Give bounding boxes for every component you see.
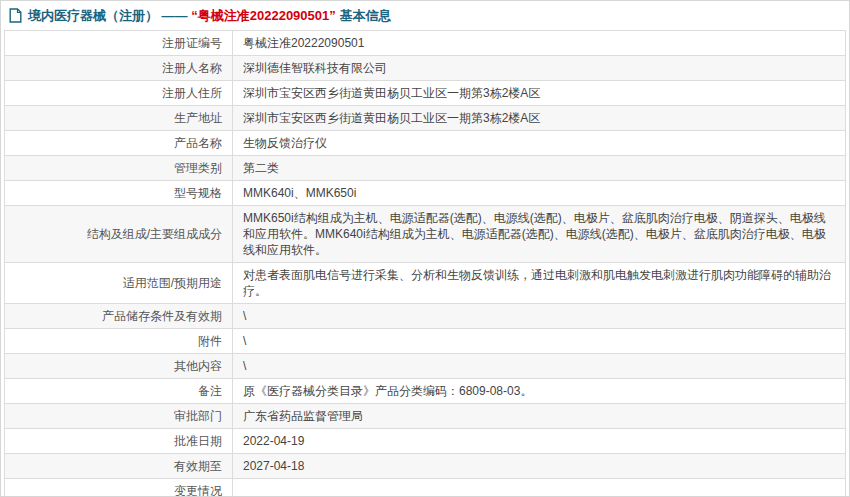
row-label-text: 型号规格	[174, 185, 222, 201]
row-label-text: 附件	[198, 333, 222, 349]
row-value: 2022-04-19	[233, 429, 845, 453]
page-header: 境内医疗器械（注册） —— “粤械注准20222090501” 基本信息	[4, 1, 846, 30]
row-value-text: 广东省药品监督管理局	[243, 408, 835, 424]
row-value-text: \	[243, 308, 835, 324]
row-value-text: 原《医疗器械分类目录》产品分类编码：6809-08-03。	[243, 383, 835, 399]
table-row: 有效期至2027-04-18	[5, 454, 845, 479]
page-title-registration-number: “粤械注准20222090501”	[191, 8, 336, 23]
row-label-text: 适用范围/预期用途	[123, 275, 222, 291]
row-label-text: 审批部门	[174, 408, 222, 424]
row-label-text: 有效期至	[174, 458, 222, 474]
row-value: 广东省药品监督管理局	[233, 404, 845, 428]
row-value-text: 粤械注准20222090501	[243, 35, 835, 51]
table-row: 产品储存条件及有效期\	[5, 304, 845, 329]
row-label: 有效期至	[5, 454, 233, 478]
row-label: 注册证编号	[5, 31, 233, 55]
row-label: 附件	[5, 329, 233, 353]
row-label: 注册人住所	[5, 81, 233, 105]
row-value: 对患者表面肌电信号进行采集、分析和生物反馈训练，通过电刺激和肌电触发电刺激进行肌…	[233, 263, 845, 303]
table-row: 适用范围/预期用途对患者表面肌电信号进行采集、分析和生物反馈训练，通过电刺激和肌…	[5, 263, 845, 304]
row-label-text: 注册证编号	[162, 35, 222, 51]
table-row: 型号规格MMK640i、MMK650i	[5, 181, 845, 206]
row-label: 审批部门	[5, 404, 233, 428]
row-value: \	[233, 354, 845, 378]
table-row: 产品名称生物反馈治疗仪	[5, 131, 845, 156]
row-label: 型号规格	[5, 181, 233, 205]
table-row: 批准日期2022-04-19	[5, 429, 845, 454]
row-value-text: 深圳德佳智联科技有限公司	[243, 60, 835, 76]
document-icon	[9, 8, 22, 23]
table-row: 管理类别第二类	[5, 156, 845, 181]
page-title: 境内医疗器械（注册） —— “粤械注准20222090501” 基本信息	[28, 7, 391, 25]
row-label: 产品储存条件及有效期	[5, 304, 233, 328]
table-row: 生产地址深圳市宝安区西乡街道黄田杨贝工业区一期第3栋2楼A区	[5, 106, 845, 131]
row-label: 变更情况	[5, 479, 233, 497]
row-value-text: \	[243, 333, 835, 349]
row-value: 2027-04-18	[233, 454, 845, 478]
row-label: 注册人名称	[5, 56, 233, 80]
row-value-text: 2027-04-18	[243, 458, 835, 474]
row-value-text: 深圳市宝安区西乡街道黄田杨贝工业区一期第3栋2楼A区	[243, 85, 835, 101]
row-label-text: 备注	[198, 383, 222, 399]
row-value: MMK650i结构组成为主机、电源适配器(选配)、电源线(选配)、电极片、盆底肌…	[233, 206, 845, 262]
row-label-text: 注册人名称	[162, 60, 222, 76]
row-value: 粤械注准20222090501	[233, 31, 845, 55]
table-row: 注册人名称深圳德佳智联科技有限公司	[5, 56, 845, 81]
row-value: 深圳德佳智联科技有限公司	[233, 56, 845, 80]
row-label: 备注	[5, 379, 233, 403]
row-label: 其他内容	[5, 354, 233, 378]
row-label: 产品名称	[5, 131, 233, 155]
row-label-text: 其他内容	[174, 358, 222, 374]
row-value-text: 2022-04-19	[243, 433, 835, 449]
table-row: 注册证编号粤械注准20222090501	[5, 31, 845, 56]
row-value-text: MMK640i、MMK650i	[243, 185, 835, 201]
row-value-text: 对患者表面肌电信号进行采集、分析和生物反馈训练，通过电刺激和肌电触发电刺激进行肌…	[243, 267, 835, 299]
row-value	[233, 479, 845, 497]
row-label-text: 生产地址	[174, 110, 222, 126]
row-value: 生物反馈治疗仪	[233, 131, 845, 155]
row-value: \	[233, 329, 845, 353]
row-label-text: 结构及组成/主要组成成分	[87, 226, 222, 242]
row-value-text: 深圳市宝安区西乡街道黄田杨贝工业区一期第3栋2楼A区	[243, 110, 835, 126]
row-label: 批准日期	[5, 429, 233, 453]
row-label: 管理类别	[5, 156, 233, 180]
row-label-text: 批准日期	[174, 433, 222, 449]
table-row: 其他内容\	[5, 354, 845, 379]
row-value-text: \	[243, 358, 835, 374]
row-value: 深圳市宝安区西乡街道黄田杨贝工业区一期第3栋2楼A区	[233, 81, 845, 105]
row-value-text: MMK650i结构组成为主机、电源适配器(选配)、电源线(选配)、电极片、盆底肌…	[243, 210, 835, 258]
table-row: 审批部门广东省药品监督管理局	[5, 404, 845, 429]
row-value-text: 第二类	[243, 160, 835, 176]
page-title-prefix: 境内医疗器械（注册） ——	[28, 8, 191, 23]
row-label: 生产地址	[5, 106, 233, 130]
row-label-text: 产品储存条件及有效期	[102, 308, 222, 324]
row-value: 原《医疗器械分类目录》产品分类编码：6809-08-03。	[233, 379, 845, 403]
table-row: 变更情况	[5, 479, 845, 497]
registration-info-page: 境内医疗器械（注册） —— “粤械注准20222090501” 基本信息 注册证…	[0, 0, 850, 497]
row-value: \	[233, 304, 845, 328]
row-label-text: 变更情况	[174, 483, 222, 497]
row-value: 深圳市宝安区西乡街道黄田杨贝工业区一期第3栋2楼A区	[233, 106, 845, 130]
table-row: 备注原《医疗器械分类目录》产品分类编码：6809-08-03。	[5, 379, 845, 404]
page-title-suffix: 基本信息	[336, 8, 392, 23]
row-label-text: 注册人住所	[162, 85, 222, 101]
table-row: 附件\	[5, 329, 845, 354]
row-label: 结构及组成/主要组成成分	[5, 206, 233, 262]
row-label-text: 产品名称	[174, 135, 222, 151]
row-value-text: 生物反馈治疗仪	[243, 135, 835, 151]
table-row: 注册人住所深圳市宝安区西乡街道黄田杨贝工业区一期第3栋2楼A区	[5, 81, 845, 106]
row-value: 第二类	[233, 156, 845, 180]
row-label: 适用范围/预期用途	[5, 263, 233, 303]
table-row: 结构及组成/主要组成成分MMK650i结构组成为主机、电源适配器(选配)、电源线…	[5, 206, 845, 263]
info-table: 注册证编号粤械注准20222090501注册人名称深圳德佳智联科技有限公司注册人…	[4, 30, 846, 497]
row-value: MMK640i、MMK650i	[233, 181, 845, 205]
row-label-text: 管理类别	[174, 160, 222, 176]
